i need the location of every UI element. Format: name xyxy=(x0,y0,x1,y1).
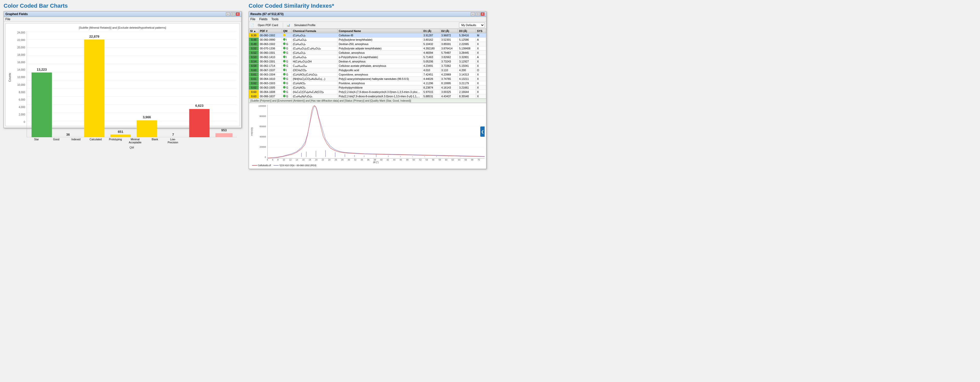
table-row[interactable]: 0.6100-063-1504G(C₆H₉NO)ₙ(C₄H₆O₂)ₙCopovi… xyxy=(249,73,486,77)
table-row[interactable]: 0.6200-063-1503G(C₆H₉NO)ₙPovidone, amorp… xyxy=(249,81,486,86)
table-row[interactable]: 0.4800-060-0990I(C₁₂H₁₂O₄)ₙPoly(butylene… xyxy=(249,38,486,42)
pdf-cell: 00-062-1714 xyxy=(259,64,282,68)
d3-cell: 5.138408 xyxy=(458,46,476,51)
col-si[interactable]: SI ▲ xyxy=(249,29,259,33)
maximize-button[interactable]: □ xyxy=(231,12,235,16)
toolbar-separator xyxy=(283,22,283,28)
sys-cell: O xyxy=(476,68,486,73)
qm-letter: G xyxy=(286,82,288,85)
col-d3[interactable]: D3 (Å) xyxy=(458,29,476,33)
chart-area: [Subfile (Mineral Related)] and [Exclude… xyxy=(5,23,240,126)
sys-cell: X xyxy=(476,46,486,51)
results-title: Results (67 of 512,873) xyxy=(250,12,283,16)
formula-cell: (C₁₄H₁₀O₄)ₙ xyxy=(292,55,337,59)
expand-chart-button[interactable]: ❮ xyxy=(480,127,485,137)
pdf-cell: 00-064-1608 xyxy=(259,90,282,94)
close-button[interactable]: ✕ xyxy=(235,12,240,16)
si-cell: 0.63 xyxy=(249,90,259,94)
d1-cell: 5.10432 xyxy=(422,42,440,46)
table-row[interactable]: 0.5300-062-1410I(C₁₄H₁₀O₄)ₙα-Poly(ethyle… xyxy=(249,55,486,59)
formula-cell: (NH(H₂C)₅CO)ₙAl₂Si₂O₅(...) xyxy=(292,77,337,81)
qm-cell: G xyxy=(282,73,292,77)
d2-cell: 4.23969 xyxy=(440,73,458,77)
results-file-menu[interactable]: File xyxy=(250,17,255,21)
table-row[interactable]: 0.4900-063-1502G(C₆H₁₀O₅)ₙDextran-250, a… xyxy=(249,42,486,46)
col-qm[interactable]: QM xyxy=(282,29,292,33)
qm-dot-icon xyxy=(283,34,286,36)
d1-cell: 3.80162 xyxy=(422,38,440,42)
results-maximize-button[interactable]: □ xyxy=(476,12,480,16)
d3-cell: 3.32801 xyxy=(458,55,476,59)
table-row[interactable]: 0.5800-062-1714GC₁₁₆H₁₁₆O₆₄Cellulose ace… xyxy=(249,64,486,68)
qm-letter: I xyxy=(286,56,287,59)
pdf-cell: 00-070-1336 xyxy=(259,46,282,51)
svg-text:6,623: 6,623 xyxy=(195,104,204,108)
d3-cell: 5.15041 xyxy=(458,64,476,68)
formula-cell: (H₄C₆C(CF₃)₂H₄C₆N(CO)₂ xyxy=(292,90,337,94)
open-pdf-card-button[interactable]: Open PDF Card xyxy=(257,23,280,27)
qm-cell: G xyxy=(282,81,292,86)
qm-letter: G xyxy=(286,51,288,54)
simulated-profile-button[interactable]: Simulated Profile xyxy=(293,23,317,27)
legend-item-red: CellulosIb.cif xyxy=(252,164,271,167)
results-menubar: File Fields Tools xyxy=(249,17,487,22)
name-cell: Copovidone, amorphous xyxy=(337,73,422,77)
name-cell: Poly(2-azacycloheptanone) halloysite nan… xyxy=(337,77,422,81)
qm-dot-icon xyxy=(283,38,286,41)
d3-cell: 3.12927 xyxy=(458,59,476,64)
col-d1[interactable]: D1 (Å) xyxy=(422,29,440,33)
chart-title: [Subfile (Mineral Related)] and [Exclude… xyxy=(8,26,237,29)
qm-letter: G xyxy=(286,73,288,76)
table-row[interactable]: 0.6300-066-1637G(C₄₄H₂₆N₂F₆O₆)ₙPoly(2,2-… xyxy=(249,94,486,98)
left-section-title: Color Coded Bar Charts xyxy=(3,3,242,9)
pdf-cell: 00-063-1505 xyxy=(259,86,282,90)
d3-cell: 5.39416 xyxy=(458,33,476,38)
table-row[interactable]: 0.6200-063-1505G(C₆H₉NO)ₙPolyvinylpyrrol… xyxy=(249,86,486,90)
table-row[interactable]: 0.5200-060-1501G(C₆H₁₀O₅)ₙCellulose, amo… xyxy=(249,51,486,55)
d2-cell: 3.52301 xyxy=(440,38,458,42)
col-d2[interactable]: D2 (Å) xyxy=(440,29,458,33)
table-row[interactable]: 0.5400-063-1501GH(C₆H₁₀O₅)ₙOHDextran-4, … xyxy=(249,59,486,64)
legend-line-red xyxy=(252,165,257,166)
qm-dot-icon xyxy=(283,95,286,97)
svg-rect-17 xyxy=(58,137,78,138)
qm-letter: G xyxy=(286,78,288,81)
graphed-fields-title: Graphed Fields xyxy=(5,12,28,16)
file-menu[interactable]: File xyxy=(5,17,10,21)
spectrum-svg xyxy=(268,105,485,158)
d3-cell: 3.21661 xyxy=(458,86,476,90)
svg-rect-29 xyxy=(215,133,232,137)
col-pdf[interactable]: PDF # xyxy=(259,29,282,33)
qm-letter: G xyxy=(286,95,288,98)
name-cell: Cellulose, amorphous xyxy=(337,51,422,55)
table-row[interactable]: 0.6000-067-1537I(OCH₂CO)ₙPolyglycollic a… xyxy=(249,68,486,73)
si-cell: 0.53 xyxy=(249,55,259,59)
defaults-select[interactable]: My Defaults xyxy=(459,22,485,28)
formula-cell: (C₆H₉NO)ₙ xyxy=(292,81,337,86)
d3-cell: 3.14313 xyxy=(458,73,476,77)
table-row[interactable]: 0.6300-064-1608G(H₄C₆C(CF₃)₂H₄C₆N(CO)₂Po… xyxy=(249,90,486,94)
qm-dot-icon xyxy=(283,73,286,76)
table-row[interactable]: 0.6100-064-1610G(NH(H₂C)₅CO)ₙAl₂Si₂O₅(..… xyxy=(249,77,486,81)
table-row[interactable]: 0.5200-070-1336G(C₁₂H₁₀O₄)ₙ(C₁₀H₁₆O₄)₂Po… xyxy=(249,46,486,51)
pdf-cell: 00-060-0990 xyxy=(259,38,282,42)
col-sys[interactable]: SYS xyxy=(476,29,486,33)
col-name[interactable]: Compound Name xyxy=(337,29,422,33)
d1-cell: 7.42451 xyxy=(422,73,440,77)
d2-cell: 4.43437 xyxy=(440,94,458,98)
results-close-button[interactable]: ✕ xyxy=(480,12,485,16)
results-minimize-button[interactable]: ─ xyxy=(471,12,475,16)
table-row[interactable]: 0.3000-060-1502(C₆H₁₀O₅)ₙCellulose-IB3.9… xyxy=(249,33,486,38)
y-axis-ticks: 24,000 22,000 20,000 18,000 16,000 14,00… xyxy=(13,31,27,124)
sys-cell: X xyxy=(476,64,486,68)
results-tools-menu[interactable]: Tools xyxy=(271,17,278,21)
col-formula[interactable]: Chemical Formula xyxy=(292,29,337,33)
si-cell: 0.52 xyxy=(249,51,259,55)
d2-cell: 3.110 xyxy=(440,68,458,73)
name-cell: Cellulose-IB xyxy=(337,33,422,38)
sys-cell: X xyxy=(476,81,486,86)
d1-cell: 4.392180 xyxy=(422,46,440,51)
minimize-button[interactable]: ─ xyxy=(226,12,230,16)
sys-cell: A xyxy=(476,55,486,59)
results-fields-menu[interactable]: Fields xyxy=(259,17,267,21)
